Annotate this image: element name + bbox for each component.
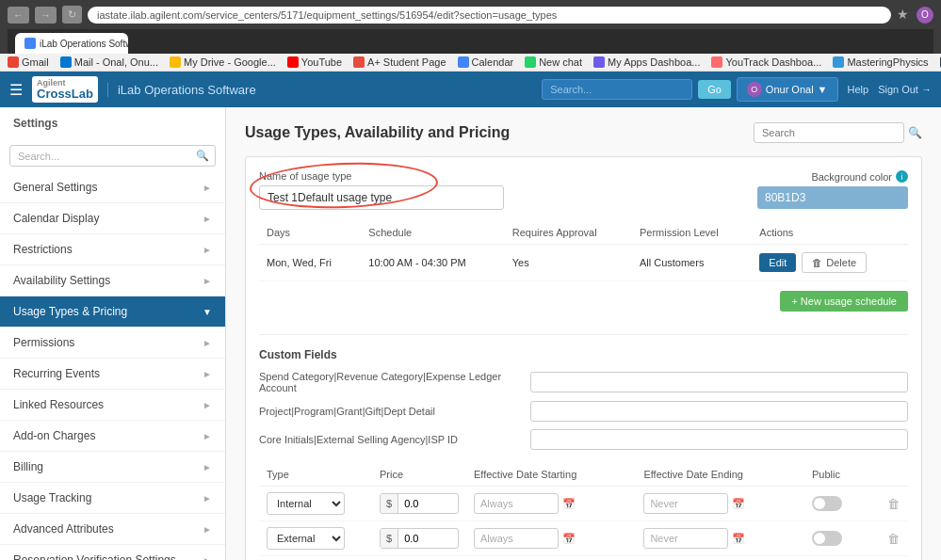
header-search: Go O Onur Onal ▼ [542, 77, 837, 102]
app-header: ☰ Agilent CrossLab iLab Operations Softw… [0, 72, 941, 107]
sidebar-item-label: Calendar Display [13, 212, 99, 225]
sidebar: Settings 🔍 General Settings ► Calendar D… [0, 107, 226, 560]
mastering-favicon [833, 56, 844, 68]
public-toggle-internal[interactable] [812, 496, 842, 511]
tab-label: iLab Operations Software [40, 39, 128, 49]
sidebar-item-billing[interactable]: Billing ► [0, 452, 225, 483]
price-input-external[interactable] [398, 529, 455, 548]
chevron-right-icon: ► [203, 183, 212, 193]
sidebar-item-usage-tracking[interactable]: Usage Tracking ► [0, 483, 225, 514]
start-date-input-internal[interactable] [474, 493, 559, 514]
end-date-input-internal[interactable] [643, 493, 728, 514]
go-button[interactable]: Go [698, 80, 731, 99]
user-menu[interactable]: O Onur Onal ▼ [737, 77, 838, 102]
custom-field-input-2[interactable] [530, 401, 908, 422]
youtube-favicon [287, 56, 299, 68]
custom-field-input-3[interactable] [530, 429, 908, 450]
sidebar-item-restrictions[interactable]: Restrictions ► [0, 234, 225, 265]
new-usage-schedule-button[interactable]: + New usage schedule [780, 291, 908, 312]
sidebar-item-linked-resources[interactable]: Linked Resources ► [0, 390, 225, 421]
sidebar-item-reservation-verification[interactable]: Reservation Verification Settings ► [0, 545, 225, 560]
sidebar-title: Settings [0, 107, 225, 139]
mail-favicon [60, 56, 72, 68]
price-input-internal[interactable] [398, 494, 455, 513]
row-permission: All Customers [632, 245, 752, 281]
end-date-external: 📅 [643, 528, 797, 549]
calendar-icon[interactable]: 📅 [562, 498, 576, 510]
row-approval: Yes [505, 245, 632, 281]
custom-field-input-1[interactable] [530, 372, 908, 392]
profile-icon[interactable]: O [917, 7, 933, 24]
sidebar-item-availability-settings[interactable]: Availability Settings ► [0, 265, 225, 296]
calendar-icon[interactable]: 📅 [732, 498, 745, 510]
bookmark-mastering[interactable]: MasteringPhysics [833, 56, 928, 68]
sign-out-link[interactable]: Sign Out → [878, 84, 932, 95]
content-search-icon[interactable]: 🔍 [908, 126, 922, 139]
sidebar-search-input[interactable] [10, 147, 190, 166]
sidebar-item-label: General Settings [13, 181, 97, 194]
price-col-delete [880, 463, 908, 487]
content-search-input[interactable] [754, 122, 904, 143]
price-type-select-internal[interactable]: Internal External Corporate [267, 492, 345, 515]
calendar-icon[interactable]: 📅 [562, 533, 576, 545]
price-type-select-external[interactable]: External Internal Corporate [267, 527, 345, 550]
delete-row-icon-internal[interactable]: 🗑 [887, 497, 900, 511]
bookmark-aplus[interactable]: A+ Student Page [353, 56, 446, 68]
sidebar-item-usage-types-pricing[interactable]: Usage Types & Pricing ▼ [0, 296, 225, 328]
chevron-right-icon: ► [203, 462, 212, 472]
menu-hamburger-icon[interactable]: ☰ [9, 81, 23, 99]
bookmark-gmail[interactable]: Gmail [8, 56, 49, 68]
table-row: Mon, Wed, Fri 10:00 AM - 04:30 PM Yes Al… [259, 245, 908, 281]
sidebar-item-label: Availability Settings [13, 274, 110, 287]
delete-row-icon-external[interactable]: 🗑 [887, 532, 900, 546]
new-schedule-row: + New usage schedule [259, 291, 908, 321]
browser-chrome: ← → ↻ iastate.ilab.agilent.com/service_c… [0, 0, 941, 72]
active-tab[interactable]: iLab Operations Software [15, 33, 128, 54]
bookmark-myapps[interactable]: My Apps Dashboa... [593, 56, 700, 68]
edit-button[interactable]: Edit [759, 253, 796, 272]
bookmark-newchat[interactable]: New chat [525, 56, 582, 68]
bookmark-youtrack[interactable]: YouTrack Dashboa... [711, 56, 821, 68]
page-title: Usage Types, Availability and Pricing [245, 124, 510, 141]
chevron-right-icon: ► [203, 338, 212, 348]
sidebar-item-label: Add-on Charges [13, 429, 95, 442]
info-icon[interactable]: i [896, 170, 908, 183]
sidebar-item-calendar-display[interactable]: Calendar Display ► [0, 203, 225, 234]
calendar-icon[interactable]: 📅 [732, 533, 745, 545]
public-toggle-external[interactable] [812, 531, 842, 546]
newchat-favicon [525, 56, 536, 68]
col-actions: Actions [752, 221, 908, 245]
end-date-input-external[interactable] [643, 528, 728, 549]
forward-button[interactable]: → [35, 7, 57, 24]
sidebar-item-addon-charges[interactable]: Add-on Charges ► [0, 421, 225, 452]
help-link[interactable]: Help [848, 84, 869, 95]
browser-tabs: iLab Operations Software [8, 29, 933, 54]
url-bar[interactable]: iastate.ilab.agilent.com/service_centers… [88, 7, 891, 24]
row-days: Mon, Wed, Fri [259, 245, 361, 281]
price-col-type: Type [259, 463, 372, 487]
app-logo: Agilent CrossLab [32, 76, 98, 103]
start-date-input-external[interactable] [474, 528, 559, 549]
price-col-public: Public [804, 463, 880, 487]
header-search-input[interactable] [542, 79, 692, 100]
sidebar-item-label: Billing [13, 460, 43, 473]
usage-type-1-name-input[interactable] [259, 185, 504, 210]
sidebar-search-icon[interactable]: 🔍 [190, 146, 215, 166]
col-schedule: Schedule [361, 221, 504, 245]
bookmark-drive[interactable]: My Drive - Google... [170, 56, 276, 68]
chevron-down-icon: ▼ [818, 84, 828, 95]
bookmark-star-icon[interactable]: ★ [897, 7, 909, 24]
refresh-button[interactable]: ↻ [62, 6, 82, 24]
bookmark-youtube[interactable]: YouTube [287, 56, 342, 68]
delete-schedule-button[interactable]: 🗑 Delete [802, 252, 867, 273]
gmail-favicon [8, 56, 19, 68]
back-button[interactable]: ← [8, 7, 29, 24]
sidebar-item-advanced-attributes[interactable]: Advanced Attributes ► [0, 514, 225, 545]
bookmark-calendar[interactable]: Calendar [458, 56, 514, 68]
bookmark-mail[interactable]: Mail - Onal, Onu... [60, 56, 158, 68]
pricing-row-external: External Internal Corporate $ [259, 521, 908, 556]
sidebar-item-general-settings[interactable]: General Settings ► [0, 172, 225, 203]
sidebar-item-permissions[interactable]: Permissions ► [0, 328, 225, 359]
bg-color-input[interactable] [757, 186, 908, 209]
sidebar-item-recurring-events[interactable]: Recurring Events ► [0, 359, 225, 390]
